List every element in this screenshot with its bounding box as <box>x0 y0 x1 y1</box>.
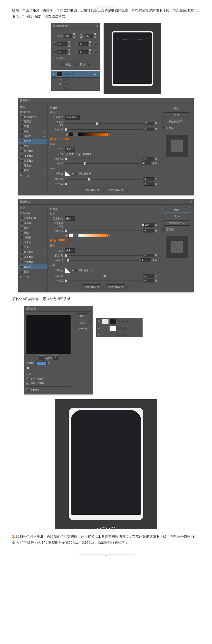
trash-icon[interactable]: 🗑 <box>27 174 29 177</box>
create-rect-dialog: 创建圆角矩形× 宽度:704像素高度:956像素 20像素20像素 20像素20… <box>51 23 100 70</box>
ok-button[interactable]: 确定 <box>62 62 75 67</box>
canvas-preview-2 <box>55 399 157 528</box>
dialog-title: 创建圆角矩形 <box>53 24 68 28</box>
fx-icon[interactable]: fx <box>20 174 22 177</box>
page-number: 1 <box>12 553 200 556</box>
close-icon[interactable]: × <box>96 25 98 27</box>
canvas-preview-1 <box>104 23 161 94</box>
corner-tl-lock[interactable] <box>54 42 56 45</box>
close-icon[interactable]: × <box>190 99 192 102</box>
cancel-button[interactable]: 复位 <box>162 112 191 118</box>
amount-input[interactable]: 1 <box>36 362 46 365</box>
paragraph-3: 2. 绘制一个圆角矩形，再绘制两个同宽椭圆，运用转换点工具调整椭圆的弧度，布尔运… <box>12 534 200 546</box>
mono-checkbox[interactable] <box>26 388 29 391</box>
zoom-out-button[interactable]: − <box>39 356 44 360</box>
color-swatch[interactable] <box>69 132 73 136</box>
uniform-radio[interactable] <box>26 377 29 380</box>
paragraph-1: 绘制一个圆角矩形，再绘制一个同宽的椭圆，运用转换点工具调整椭圆的弧度，再布尔运算… <box>12 7 200 20</box>
amount-slider[interactable] <box>26 366 71 370</box>
corner-bl-lock[interactable] <box>54 50 56 54</box>
corner-tr-lock[interactable] <box>95 42 97 45</box>
ok-button[interactable]: 确定 <box>162 106 191 111</box>
link-icon[interactable] <box>74 42 77 46</box>
paragraph-2: 后转化为智能对象，添加杂色增强质感 <box>12 296 200 302</box>
blend-mode-select[interactable]: 正片叠底 <box>65 115 80 120</box>
close-icon[interactable]: × <box>190 200 192 203</box>
default-button[interactable]: 设置为默认值 <box>81 188 103 193</box>
cancel-button[interactable]: 取消 <box>76 62 89 67</box>
smart-layer-row[interactable]: 👁下机身 底2 <box>96 318 143 325</box>
color-annotation: 颜色：1a1a1c <box>50 137 69 141</box>
layer-thumb <box>56 72 62 76</box>
chevron-icon[interactable]: ▾ <box>97 73 99 76</box>
inner-glow-row[interactable]: 👁内发光 <box>51 82 100 86</box>
height-input[interactable]: 956 <box>85 34 93 38</box>
fx-icon[interactable]: fx <box>20 276 22 278</box>
layer-style-dialog-outer: 图层样式× 样式 混合选项 斜面和浮雕 等高线 纹理 描边+ 内阴影+ 内发光 … <box>18 199 194 292</box>
inner-glow-item[interactable]: 内发光 <box>18 139 47 144</box>
layer-style-dialog-inner: 图层样式× 样式 混合选项 斜面和浮雕 等高线 纹理 描边+ 内阴影+ 内发光 … <box>18 98 194 196</box>
preview-box <box>166 135 188 156</box>
style-list: 样式 混合选项 斜面和浮雕 等高线 纹理 描边+ 内阴影+ 内发光 光泽 颜色叠… <box>18 104 48 196</box>
gradient-picker[interactable] <box>78 132 108 136</box>
layer-row[interactable]: 👁下机身 底2fx▾ <box>51 71 100 78</box>
link-icon[interactable] <box>74 50 77 54</box>
effects-row[interactable]: 👁效果 <box>51 78 100 82</box>
add-noise-dialog: 添加杂色× −100%+ 数量(A):1% 分布 平均分布(U) 高斯分布(G)… <box>24 306 93 394</box>
noise-slider[interactable] <box>65 128 142 131</box>
color-annotation: 颜色：ffffff <box>50 238 65 242</box>
filter-options-icon[interactable]: ⚙ <box>139 333 141 336</box>
opacity-slider[interactable] <box>65 122 142 126</box>
reset-button[interactable]: 复位为默认值 <box>105 188 127 193</box>
from-center-checkbox[interactable] <box>54 57 56 60</box>
new-style-button[interactable]: 新建样式(W)... <box>162 119 191 124</box>
trash-icon[interactable]: 🗑 <box>27 276 29 278</box>
corner-br-lock[interactable] <box>95 50 97 54</box>
smart-layer-panel: 👁下机身 底2 👁智能滤镜 👁添加杂色⚙ <box>96 318 143 337</box>
zoom-in-button[interactable]: + <box>53 356 58 360</box>
gaussian-radio[interactable] <box>26 382 29 385</box>
width-input[interactable]: 704 <box>64 34 72 38</box>
color-swatch[interactable] <box>69 234 73 237</box>
noise-preview <box>26 315 71 354</box>
outer-glow-item[interactable]: 外发光 <box>18 264 47 269</box>
layer-panel: 👁下机身 底2fx▾ 👁效果 👁内发光 👁外发光 <box>51 71 100 91</box>
watermark-bottom: UiiiUiii <box>97 526 115 533</box>
contour-picker[interactable] <box>65 171 71 176</box>
close-icon[interactable]: × <box>89 307 91 310</box>
outer-glow-row[interactable]: 👁外发光 <box>51 86 100 91</box>
visibility-icon[interactable]: 👁 <box>52 73 55 76</box>
